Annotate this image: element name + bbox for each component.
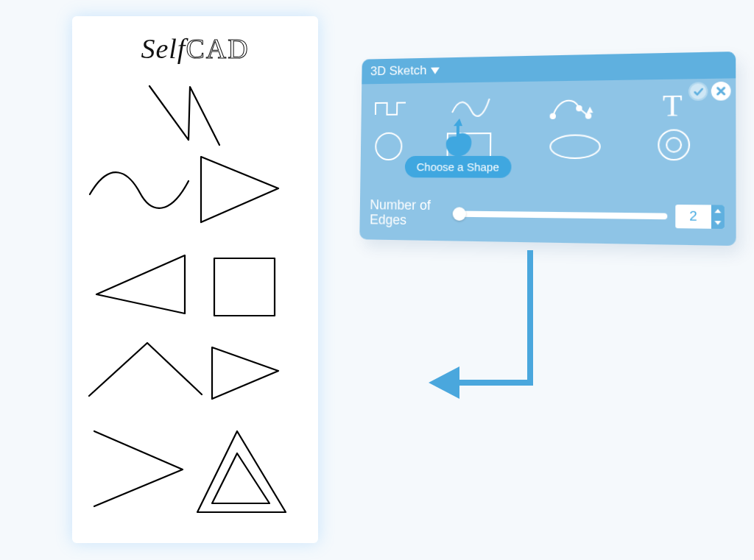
angle-shape-icon [91, 428, 187, 509]
sketch-panel-wrap: 3D Sketch [361, 59, 736, 258]
ellipse-tool-icon[interactable] [548, 132, 602, 160]
svg-marker-16 [429, 366, 459, 399]
svg-marker-4 [197, 431, 286, 512]
triangle-left-icon [93, 252, 188, 318]
step-line-tool-icon[interactable] [374, 98, 407, 118]
triangle-right-icon [197, 153, 286, 227]
caret-shape-icon [87, 340, 205, 399]
svg-point-15 [666, 138, 681, 152]
text-tool-icon[interactable]: T [663, 87, 683, 124]
edges-stepper [675, 205, 725, 229]
svg-point-11 [376, 133, 402, 160]
svg-marker-1 [96, 255, 185, 313]
svg-marker-10 [587, 107, 593, 113]
svg-point-13 [550, 135, 600, 158]
tooltip-text: Choose a Shape [417, 160, 499, 174]
small-triangle-icon [209, 344, 283, 402]
tooltip: Choose a Shape [405, 156, 512, 178]
shapes-card: SelfCAD [72, 16, 318, 543]
stepper-arrows [711, 205, 725, 230]
svg-point-14 [658, 130, 689, 160]
svg-marker-0 [201, 157, 278, 222]
edges-input[interactable] [675, 205, 711, 229]
ring-tool-icon[interactable] [656, 127, 691, 162]
bezier-tool-icon[interactable] [548, 93, 594, 121]
sine-shape-icon [88, 163, 191, 215]
zigzag-shape-icon [146, 82, 227, 149]
stepper-up-button[interactable] [711, 205, 725, 217]
circle-tool-icon[interactable] [373, 131, 404, 162]
stepper-down-button[interactable] [711, 217, 725, 229]
edges-label: Number of Edges [370, 199, 450, 229]
svg-line-9 [579, 108, 588, 116]
shapes-grid [82, 82, 308, 533]
dropdown-icon [431, 67, 440, 74]
brand-cad: CAD [186, 33, 249, 64]
slider-thumb-icon[interactable] [453, 208, 466, 221]
brand-self: Self [141, 33, 186, 64]
svg-marker-3 [212, 347, 278, 399]
svg-rect-2 [214, 258, 275, 316]
panel-header[interactable]: 3D Sketch [362, 52, 736, 84]
double-triangle-icon [194, 428, 290, 517]
edges-slider-row: Number of Edges [370, 199, 725, 233]
hand-cursor-icon [440, 117, 479, 159]
flow-arrow-icon [420, 250, 567, 442]
svg-marker-5 [212, 453, 269, 503]
svg-point-6 [551, 114, 555, 118]
sketch-panel: 3D Sketch [359, 52, 736, 246]
panel-title: 3D Sketch [370, 63, 427, 79]
brand-logo: SelfCAD [72, 32, 318, 65]
square-shape-icon [212, 256, 277, 318]
edges-slider[interactable] [457, 211, 668, 220]
